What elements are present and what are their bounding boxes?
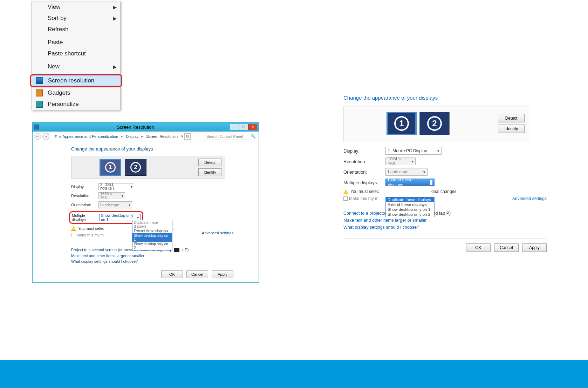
- maximize-button[interactable]: □: [239, 124, 248, 130]
- connect-projector-link[interactable]: Connect to a projector: [343, 211, 387, 216]
- multiple-displays-dropdown: Duplicate these displays Extend these di…: [132, 220, 172, 250]
- submenu-arrow-icon: ▶: [113, 5, 117, 10]
- which-settings-link[interactable]: What display settings should I choose?: [343, 225, 547, 230]
- submenu-arrow-icon: ▶: [113, 64, 117, 69]
- breadcrumb-item[interactable]: Display: [126, 134, 138, 139]
- advanced-settings-link[interactable]: Advanced settings: [512, 196, 547, 201]
- multiple-displays-select[interactable]: Extend these displays: [385, 179, 435, 186]
- project-screen-link[interactable]: Project to a second screen: [71, 248, 117, 252]
- checkbox-label: Make this my m: [77, 233, 104, 237]
- monitor-2[interactable]: 2: [125, 159, 146, 176]
- menu-item-paste[interactable]: Paste: [32, 37, 120, 48]
- monitor-2[interactable]: 2: [419, 112, 450, 135]
- title-bar[interactable]: Screen Resolution — □ ✕: [33, 122, 259, 132]
- resolution-label: Resolution:: [343, 159, 385, 164]
- display-select[interactable]: 2. DELL P2314H: [98, 183, 134, 190]
- display-preview-box: 1 2 Detect Identify: [71, 156, 225, 179]
- menu-item-refresh[interactable]: Refresh: [32, 24, 120, 35]
- menu-label: Paste shortcut: [48, 50, 86, 57]
- project-screen-text: + P): [182, 248, 189, 252]
- multiple-displays-label: Multiple displays:: [72, 213, 99, 222]
- dropdown-option[interactable]: Show desktop only on 2: [132, 242, 172, 250]
- cancel-button[interactable]: Cancel: [494, 243, 519, 252]
- gadgets-icon: [36, 89, 43, 96]
- chevron-right-icon: ▸: [141, 134, 143, 139]
- menu-label: New: [48, 63, 60, 70]
- breadcrumb-item[interactable]: Appearance and Personalization: [62, 134, 118, 139]
- select-value: 1. Mobile PC Display: [388, 148, 427, 153]
- address-bar: ← → ⬆ « Appearance and Personalization ▸…: [33, 132, 259, 141]
- menu-label: Screen resolution: [48, 77, 94, 84]
- monitor-1[interactable]: 1: [100, 159, 121, 176]
- dropdown-option[interactable]: Show desktop only on 2: [386, 212, 434, 217]
- minimize-button[interactable]: —: [230, 124, 239, 130]
- refresh-button[interactable]: ↻: [184, 133, 191, 140]
- display-preview-box: 1 2 Detect Identify: [343, 106, 529, 141]
- dropdown-option-selected[interactable]: Duplicate these displays: [386, 197, 434, 202]
- main-display-checkbox[interactable]: [71, 233, 75, 237]
- menu-label: Gadgets: [48, 89, 70, 96]
- dropdown-option[interactable]: Extend these displays: [386, 202, 434, 207]
- apply-button[interactable]: Apply: [522, 243, 547, 252]
- breadcrumb-item: Screen Resolution: [146, 134, 178, 139]
- menu-item-paste-shortcut[interactable]: Paste shortcut: [32, 48, 120, 59]
- menu-separator: [32, 73, 120, 73]
- monitor-1[interactable]: 1: [387, 112, 417, 135]
- menu-item-view[interactable]: View ▶: [32, 1, 120, 13]
- select-value: Show desktop only on 1: [101, 213, 134, 222]
- multiple-displays-label: Multiple displays:: [343, 180, 385, 185]
- text-size-link[interactable]: Make text and other items larger or smal…: [343, 218, 547, 223]
- search-input[interactable]: Search Control Panel 🔍: [205, 133, 257, 140]
- back-button[interactable]: ←: [34, 133, 41, 140]
- menu-item-screen-resolution[interactable]: Screen resolution: [32, 75, 120, 86]
- search-icon: 🔍: [251, 134, 255, 139]
- identify-button[interactable]: Identify: [198, 168, 221, 176]
- warning-icon: [71, 226, 76, 231]
- multiple-displays-dropdown: Duplicate these displays Extend these di…: [385, 197, 435, 217]
- identify-button[interactable]: Identify: [498, 125, 525, 133]
- advanced-settings-link[interactable]: Advanced settings: [202, 231, 233, 235]
- page-heading: Change the appearance of your displays: [343, 95, 547, 101]
- detect-button[interactable]: Detect: [198, 159, 221, 166]
- apply-button[interactable]: Apply: [212, 270, 233, 278]
- resolution-select[interactable]: 1366 × 768: [98, 192, 125, 199]
- monitor-number: 1: [394, 116, 409, 131]
- text-size-link[interactable]: Make text and other items larger or smal…: [71, 254, 248, 258]
- dropdown-option[interactable]: Duplicate these displays: [132, 220, 172, 229]
- search-placeholder: Search Control Panel: [206, 134, 243, 139]
- menu-item-sort-by[interactable]: Sort by ▶: [32, 13, 120, 24]
- desktop-context-menu: View ▶ Sort by ▶ Refresh Paste Paste sho…: [32, 1, 121, 110]
- ok-button[interactable]: OK: [161, 270, 183, 278]
- dropdown-option[interactable]: Extend these displays: [132, 229, 172, 233]
- dropdown-option[interactable]: Show desktop only on 1: [386, 207, 434, 212]
- orientation-select[interactable]: Landscape: [98, 201, 132, 208]
- display-select[interactable]: 1. Mobile PC Display: [385, 147, 442, 155]
- forward-button[interactable]: →: [42, 133, 49, 140]
- menu-label: Sort by: [48, 15, 67, 22]
- which-settings-link[interactable]: What display settings should I choose?: [71, 259, 248, 263]
- ok-button[interactable]: OK: [466, 243, 491, 252]
- dropdown-option-selected[interactable]: Show desktop only on 1: [132, 233, 172, 242]
- window-icon: [34, 125, 39, 129]
- main-display-checkbox[interactable]: [343, 196, 348, 201]
- menu-item-personalize[interactable]: Personalize: [32, 99, 120, 110]
- warning-text: You must selec: [78, 226, 104, 230]
- screen-resolution-window: Screen Resolution — □ ✕ ← → ⬆ « Appearan…: [32, 122, 259, 283]
- select-value: 2. DELL P2314H: [100, 182, 128, 191]
- orientation-select[interactable]: Landscape: [385, 168, 428, 176]
- menu-separator: [32, 36, 120, 36]
- up-icon[interactable]: ⬆: [54, 134, 57, 139]
- orientation-label: Orientation:: [343, 169, 385, 175]
- display-label: Display:: [343, 148, 385, 154]
- resolution-select[interactable]: 1024 × 768: [385, 158, 416, 165]
- cancel-button[interactable]: Cancel: [186, 270, 208, 278]
- warning-text: You must selec: [350, 189, 379, 194]
- close-button[interactable]: ✕: [248, 124, 257, 130]
- highlight-border: Screen resolution: [30, 74, 122, 87]
- menu-item-gadgets[interactable]: Gadgets: [32, 87, 120, 99]
- detect-button[interactable]: Detect: [498, 114, 525, 122]
- breadcrumb-dropdown-icon[interactable]: v: [181, 134, 183, 138]
- menu-item-new[interactable]: New ▶: [32, 61, 120, 72]
- footer-bar: [0, 360, 588, 388]
- chevron-right-icon: ▸: [121, 134, 123, 139]
